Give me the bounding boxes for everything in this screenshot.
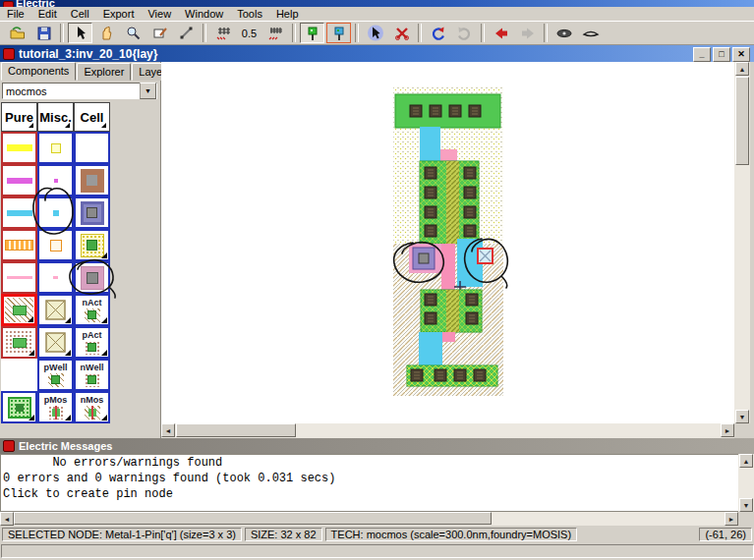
open-button[interactable] xyxy=(5,23,29,43)
palette-nwell-node[interactable]: nWell xyxy=(74,359,110,391)
go-back-button[interactable] xyxy=(489,23,513,43)
main-titlebar[interactable]: Electric xyxy=(0,0,754,7)
outline-edit-button[interactable] xyxy=(147,23,172,43)
maximize-button[interactable]: □ xyxy=(713,47,730,62)
palette-magenta-pin[interactable] xyxy=(37,164,74,196)
palette-yellow-pin[interactable] xyxy=(37,132,74,164)
palette-metal1-pin[interactable] xyxy=(37,196,74,229)
expand-cells-button[interactable] xyxy=(551,23,576,43)
popup-arrow-icon xyxy=(65,317,71,323)
palette-via-array[interactable] xyxy=(74,229,110,261)
chevron-down-icon[interactable]: ▼ xyxy=(140,83,156,99)
save-floppy-icon xyxy=(36,26,52,41)
menu-export[interactable]: Export xyxy=(96,8,142,20)
popup-arrow-icon xyxy=(28,316,33,322)
metal1-strip-top xyxy=(420,127,440,162)
palette-nact-node[interactable]: nAct xyxy=(74,294,110,326)
pan-tool-button[interactable] xyxy=(94,23,119,43)
popup-arrow-icon xyxy=(101,350,107,356)
menu-view[interactable]: View xyxy=(141,8,178,20)
toggle-ports-button[interactable] xyxy=(300,23,324,43)
messages-titlebar[interactable]: Electric Messages xyxy=(0,438,754,454)
nact-icon xyxy=(85,308,100,322)
palette-header-cell[interactable]: Cell xyxy=(74,102,110,132)
poly-top xyxy=(440,149,457,162)
palette-header-pure[interactable]: Pure xyxy=(1,102,37,132)
undo-icon xyxy=(430,26,446,41)
toolbar-separator xyxy=(544,24,548,42)
messages-hscrollbar[interactable]: ◄ ► xyxy=(0,512,738,526)
popup-arrow-icon xyxy=(65,415,71,420)
menu-help[interactable]: Help xyxy=(269,8,306,20)
grid-icon xyxy=(215,26,231,41)
technology-value: mocmos xyxy=(3,85,140,97)
menu-file[interactable]: File xyxy=(0,8,31,20)
panel-tabs: Components Explorer Layers xyxy=(1,64,179,81)
palette-unknown-node[interactable] xyxy=(37,326,74,359)
palette-nmos-node[interactable]: nMos xyxy=(74,391,110,423)
toggle-exports-button[interactable] xyxy=(326,23,351,43)
minimize-button[interactable]: _ xyxy=(693,47,711,62)
zoom-tool-button[interactable] xyxy=(121,23,145,43)
metal2-arc-icon xyxy=(7,144,32,151)
palette-metal1-arc[interactable] xyxy=(1,196,37,229)
palette-substrate-contact[interactable] xyxy=(1,391,37,423)
via-array-icon xyxy=(81,234,104,257)
canvas-vscrollbar[interactable]: ▲ ▼ xyxy=(734,62,750,423)
palette-poly-contact[interactable] xyxy=(74,261,110,294)
palette-unknown-node[interactable] xyxy=(37,294,74,326)
canvas-hscrollbar[interactable]: ◄ ► xyxy=(161,423,734,438)
palette-empty-cell[interactable] xyxy=(74,132,110,164)
palette-metal2-contact[interactable] xyxy=(74,164,110,196)
pmos-gate xyxy=(446,161,459,244)
palette-orange-pin[interactable] xyxy=(37,229,74,261)
pmos-icon xyxy=(48,406,64,420)
grid-alignment-button[interactable] xyxy=(263,23,288,43)
grid-spacing-label: 0.5 xyxy=(237,23,261,43)
tab-explorer[interactable]: Explorer xyxy=(77,63,131,81)
palette-orange-arc[interactable] xyxy=(1,229,37,261)
palette-nactive-arc-selected[interactable] xyxy=(1,294,37,326)
status-bar-row2 xyxy=(1,544,754,558)
tab-components[interactable]: Components xyxy=(1,62,76,81)
status-size: SIZE: 32 x 82 xyxy=(245,528,322,541)
status-bar: SELECTED NODE: Metal-1-Pin['q'] (size=3 … xyxy=(0,526,754,543)
technology-selector[interactable]: mocmos ▼ xyxy=(2,83,157,99)
menu-window[interactable]: Window xyxy=(178,8,230,20)
select-special-button[interactable] xyxy=(389,23,414,43)
messages-vscrollbar[interactable]: ▲ ▼ xyxy=(738,454,754,512)
wiring-tool-button[interactable] xyxy=(174,23,199,43)
menu-tools[interactable]: Tools xyxy=(230,8,269,20)
save-button[interactable] xyxy=(31,23,56,43)
go-forward-button[interactable] xyxy=(515,23,540,43)
palette-poly-arc[interactable] xyxy=(1,261,37,294)
palette-yellow-arc[interactable] xyxy=(1,132,37,164)
undo-button[interactable] xyxy=(426,23,450,43)
palette-pact-node[interactable]: pAct xyxy=(74,326,110,359)
toolbar-separator xyxy=(292,24,296,42)
palette-magenta-arc[interactable] xyxy=(1,164,37,196)
scrollbar-corner xyxy=(734,423,754,438)
toggle-grid-button[interactable] xyxy=(210,23,235,43)
palette-metal12-contact[interactable] xyxy=(74,196,110,229)
redo-button[interactable] xyxy=(452,23,477,43)
palette-poly-pin[interactable] xyxy=(37,261,74,294)
select-objects-button[interactable] xyxy=(363,23,387,43)
palette-header-misc[interactable]: Misc. xyxy=(37,102,74,132)
select-tool-button[interactable] xyxy=(68,23,92,43)
palette-empty-cell[interactable] xyxy=(1,359,37,391)
palette-pwell-node[interactable]: pWell xyxy=(37,359,74,391)
cell-window-titlebar[interactable]: tutorial_3:inv_20_10{lay} _ □ ✕ xyxy=(0,45,754,62)
hand-icon xyxy=(99,26,114,40)
collapse-cells-button[interactable] xyxy=(578,23,603,43)
menu-cell[interactable]: Cell xyxy=(64,8,96,20)
palette-pmos-node[interactable]: pMos xyxy=(37,391,74,423)
palette-pactive-arc[interactable] xyxy=(1,326,37,359)
layout-canvas[interactable] xyxy=(161,62,734,423)
menu-edit[interactable]: Edit xyxy=(31,8,64,20)
x-box-icon xyxy=(45,332,66,353)
electric-main-window: Electric File Edit Cell Export View Wind… xyxy=(0,0,754,560)
close-button[interactable]: ✕ xyxy=(732,47,750,62)
metal2-pin-icon xyxy=(51,143,61,153)
magnifier-icon xyxy=(126,26,141,40)
